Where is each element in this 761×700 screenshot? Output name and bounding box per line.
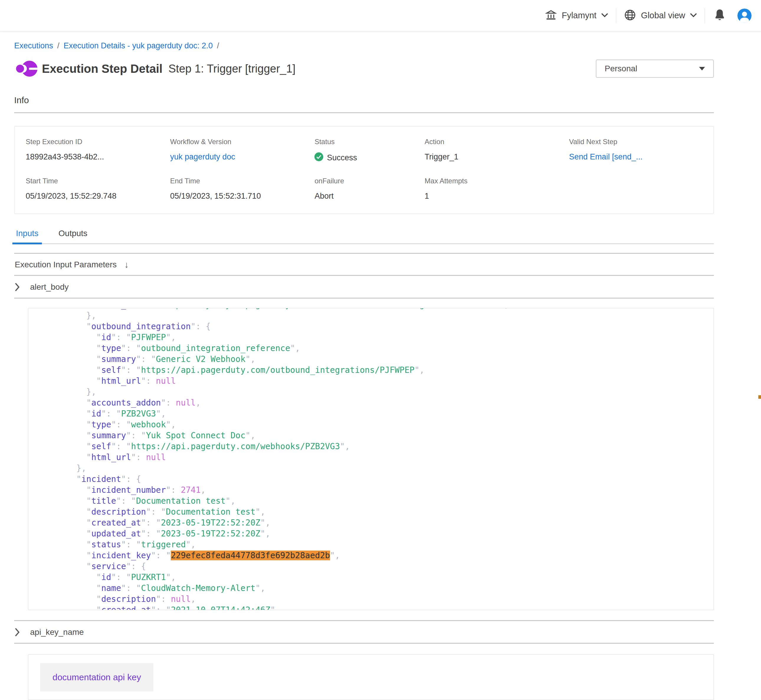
section-label: alert_body: [30, 282, 69, 292]
code-line: },: [37, 463, 705, 473]
code-line: "service": {: [37, 561, 705, 572]
code-line: "html_url": null: [37, 375, 705, 386]
code-line: "summary": "Yuk Spot Connect Doc",: [37, 430, 705, 441]
section-label: api_key_name: [30, 628, 84, 637]
org-switcher[interactable]: Fylamynt: [537, 9, 616, 22]
json-code: "html_url": "https://fylamynt.pagerduty.…: [28, 308, 714, 610]
tab-bar: Inputs Outputs: [14, 229, 714, 244]
code-line: },: [37, 386, 705, 397]
breadcrumb-executions[interactable]: Executions: [14, 41, 53, 50]
code-line: "html_url": "https://fylamynt.pagerduty.…: [37, 308, 705, 310]
code-line: "updated_at": "2023-05-19T22:52:20Z",: [37, 528, 705, 539]
divider: [14, 298, 714, 298]
breadcrumb-separator: /: [217, 41, 219, 50]
page-title: Execution Step Detail: [42, 62, 163, 75]
chevron-right-icon: [15, 283, 20, 291]
code-line: "incident": {: [37, 473, 705, 484]
page-subtitle: Step 1: Trigger [trigger_1]: [168, 62, 296, 75]
bank-icon: [545, 9, 557, 22]
field-action: Action Trigger_1: [425, 138, 569, 163]
code-line: "title": "Documentation test",: [37, 495, 705, 506]
code-line: "description": null,: [37, 594, 705, 605]
field-step-execution-id: Step Execution ID 18992a43-9538-4b2...: [26, 138, 170, 163]
code-line: "html_url": null: [37, 452, 705, 463]
code-line: "type": "webhook",: [37, 419, 705, 430]
workflow-logo-icon: [14, 58, 38, 79]
api-key-chip: documentation api key: [40, 663, 153, 691]
execution-input-parameters-header: Execution Input Parameters ↓: [14, 254, 714, 275]
org-name: Fylamynt: [562, 11, 597, 20]
user-avatar[interactable]: [738, 9, 752, 23]
divider: [14, 643, 714, 644]
panel-select[interactable]: Personal: [596, 59, 714, 78]
top-bar: Fylamynt Global view: [0, 0, 761, 31]
download-arrow-icon[interactable]: ↓: [124, 260, 129, 270]
title-row: Execution Step Detail Step 1: Trigger [t…: [14, 58, 714, 79]
field-max-attempts: Max Attempts 1: [425, 177, 569, 201]
code-line: "incident_key": "229efec8feda44778d3fe69…: [37, 550, 705, 561]
api-key-name-box: documentation api key: [28, 654, 714, 700]
success-check-icon: [315, 152, 323, 163]
info-heading: Info: [14, 95, 714, 105]
breadcrumb-execution-details[interactable]: Execution Details - yuk pagerduty doc: 2…: [64, 41, 213, 50]
code-line: },: [37, 310, 705, 321]
code-block[interactable]: "html_url": "https://fylamynt.pagerduty.…: [28, 308, 714, 610]
field-start-time: Start Time 05/19/2023, 15:52:29.748: [26, 177, 170, 201]
section-api-key-name[interactable]: api_key_name: [14, 621, 714, 643]
tab-outputs[interactable]: Outputs: [56, 229, 89, 244]
field-valid-next-step: Valid Next Step Send Email [send_...: [569, 138, 714, 163]
view-switcher[interactable]: Global view: [616, 9, 705, 22]
chevron-right-icon: [15, 628, 20, 636]
code-line: "id": "PJFWPEP",: [37, 332, 705, 343]
next-step-link[interactable]: Send Email [send_...: [569, 152, 714, 161]
field-onfailure: onFailure Abort: [315, 177, 424, 201]
info-card: Step Execution ID 18992a43-9538-4b2... W…: [14, 126, 714, 214]
code-line: "incident_number": 2741,: [37, 484, 705, 495]
workflow-link[interactable]: yuk pagerduty doc: [170, 152, 315, 161]
bell-icon: [714, 9, 726, 23]
field-status: Status Success: [315, 138, 424, 163]
panel-select-value: Personal: [605, 64, 637, 73]
field-end-time: End Time 05/19/2023, 15:52:31.710: [170, 177, 315, 201]
code-line: "self": "https://api.pagerduty.com/webho…: [37, 441, 705, 452]
code-line: "outbound_integration": {: [37, 321, 705, 332]
status-badge: Success: [327, 153, 357, 162]
breadcrumb-separator: /: [57, 41, 60, 50]
chevron-down-icon: [690, 12, 697, 19]
divider: [14, 112, 714, 113]
field-workflow-version: Workflow & Version yuk pagerduty doc: [170, 138, 315, 163]
breadcrumb: Executions / Execution Details - yuk pag…: [14, 41, 714, 50]
code-line: "type": "outbound_integration_reference"…: [37, 343, 705, 354]
notifications-button[interactable]: [705, 9, 734, 23]
code-line: "name": "CloudWatch-Memory-Alert",: [37, 583, 705, 594]
code-line: "self": "https://api.pagerduty.com/outbo…: [37, 365, 705, 375]
code-line: "id": "PZB2VG3",: [37, 408, 705, 419]
code-line: "id": "PUZKRT1",: [37, 572, 705, 583]
select-caret-icon: [699, 67, 705, 70]
tab-inputs[interactable]: Inputs: [14, 229, 40, 244]
view-name: Global view: [641, 11, 685, 20]
chevron-down-icon: [601, 12, 608, 19]
code-line: "created_at": "2023-05-19T22:52:20Z",: [37, 517, 705, 528]
code-line: "created_at": "2021-10-07T14:42:46Z",: [37, 605, 705, 610]
globe-icon: [624, 9, 636, 22]
find-match-scrollbar-tick[interactable]: [758, 395, 761, 399]
code-line: "accounts_addon": null,: [37, 397, 705, 408]
section-alert-body[interactable]: alert_body: [14, 276, 714, 298]
code-line: "summary": "Generic V2 Webhook",: [37, 354, 705, 365]
code-line: "status": "triggered",: [37, 539, 705, 550]
code-line: "description": "Documentation test",: [37, 506, 705, 517]
